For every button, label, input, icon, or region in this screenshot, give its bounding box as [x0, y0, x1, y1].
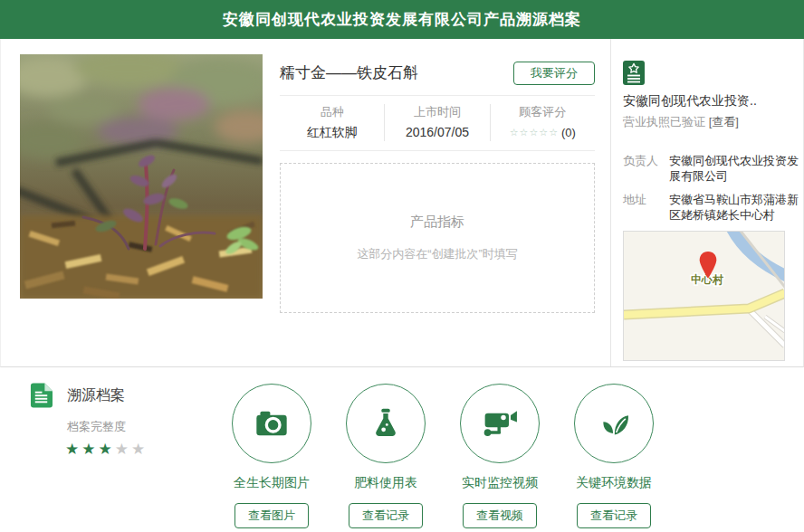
variety-label: 品种 — [280, 104, 384, 120]
seedlings-photo-art — [20, 54, 263, 299]
feature-list: 全生长期图片 查看图片 肥料使用表 查看记录 — [215, 384, 671, 528]
view-environment-button[interactable]: 查看记录 — [577, 503, 651, 528]
business-license-icon — [623, 61, 645, 85]
location-map[interactable]: 中心村 — [623, 231, 785, 361]
view-video-button[interactable]: 查看视频 — [463, 503, 537, 528]
manager-value: 安徽同创现代农业投资发展有限公司 — [669, 153, 803, 184]
product-info-row: 品种 红杠软脚 上市时间 2016/07/05 顾客评分 ☆☆☆☆☆(0) — [280, 95, 595, 151]
customer-rating-count: (0) — [561, 126, 576, 139]
cctv-icon — [460, 384, 540, 463]
product-photo — [20, 54, 263, 299]
customer-rating-stars-icon: ☆☆☆☆☆ — [510, 127, 559, 138]
license-view-link[interactable]: [查看] — [709, 115, 739, 128]
traceability-section: 溯源档案 档案完整度 ★★★★★ 全生长期图片 查看图片 — [0, 367, 804, 532]
feature-environment-data: 关键环境数据 查看记录 — [557, 384, 671, 528]
product-title: 糯寸金——铁皮石斛 — [280, 62, 418, 83]
view-fertilizer-button[interactable]: 查看记录 — [349, 503, 423, 528]
stars-filled-icon: ★★★ — [65, 441, 115, 458]
view-photos-button[interactable]: 查看图片 — [234, 503, 309, 528]
manager-row: 负责人 安徽同创现代农业投资发展有限公司 — [623, 153, 803, 184]
variety-value: 红杠软脚 — [280, 125, 384, 141]
archive-summary: 溯源档案 档案完整度 ★★★★★ — [30, 383, 148, 459]
leaf-icon — [574, 384, 654, 463]
customer-rating-label: 顾客评分 — [491, 104, 595, 120]
info-col-variety: 品种 红杠软脚 — [280, 104, 384, 141]
product-card: 糯寸金——铁皮石斛 我要评分 品种 红杠软脚 上市时间 2016/07/05 顾… — [0, 39, 804, 367]
placeholder-note: 这部分内容在“创建批次”时填写 — [357, 246, 518, 262]
launch-date-label: 上市时间 — [385, 104, 489, 120]
completeness-label: 档案完整度 — [67, 419, 148, 435]
launch-date-value: 2016/07/05 — [385, 125, 489, 139]
feature-label-fertilizer: 肥料使用表 — [354, 475, 417, 491]
placeholder-title: 产品指标 — [410, 214, 464, 231]
completeness-stars: ★★★★★ — [65, 440, 148, 459]
feature-label-environment: 关键环境数据 — [576, 475, 652, 491]
flask-icon — [346, 384, 426, 463]
product-main-column: 糯寸金——铁皮石斛 我要评分 品种 红杠软脚 上市时间 2016/07/05 顾… — [280, 39, 595, 366]
company-sidebar: 安徽同创现代农业投资.. 营业执照已验证 [查看] 负责人 安徽同创现代农业投资… — [610, 39, 804, 366]
address-value: 安徽省马鞍山市郑蒲港新区姥桥镇姥长中心村 — [669, 192, 803, 223]
product-indicators-placeholder: 产品指标 这部分内容在“创建批次”时填写 — [280, 163, 595, 313]
company-name: 安徽同创现代农业投资.. — [623, 93, 803, 109]
page-title: 安徽同创现代农业投资发展有限公司产品溯源档案 — [223, 11, 581, 28]
info-col-customer-rating: 顾客评分 ☆☆☆☆☆(0) — [490, 104, 595, 141]
stars-empty-icon: ★★ — [115, 441, 148, 458]
feature-fertilizer-record: 肥料使用表 查看记录 — [329, 384, 443, 528]
rate-button[interactable]: 我要评分 — [513, 62, 595, 85]
feature-label-video: 实时监控视频 — [462, 475, 538, 491]
page-header: 安徽同创现代农业投资发展有限公司产品溯源档案 — [0, 0, 804, 39]
camera-icon — [232, 384, 311, 463]
info-col-launch-date: 上市时间 2016/07/05 — [384, 104, 489, 141]
license-status: 营业执照已验证 — [623, 115, 705, 128]
feature-live-video: 实时监控视频 查看视频 — [443, 384, 557, 528]
address-row: 地址 安徽省马鞍山市郑蒲港新区姥桥镇姥长中心村 — [623, 192, 803, 223]
map-image: 中心村 — [624, 232, 784, 360]
manager-label: 负责人 — [623, 153, 661, 184]
archive-document-icon — [30, 383, 53, 408]
archive-title: 溯源档案 — [67, 386, 125, 405]
feature-growth-photos: 全生长期图片 查看图片 — [215, 384, 329, 528]
address-label: 地址 — [623, 192, 661, 223]
feature-label-growth-photos: 全生长期图片 — [234, 475, 310, 491]
